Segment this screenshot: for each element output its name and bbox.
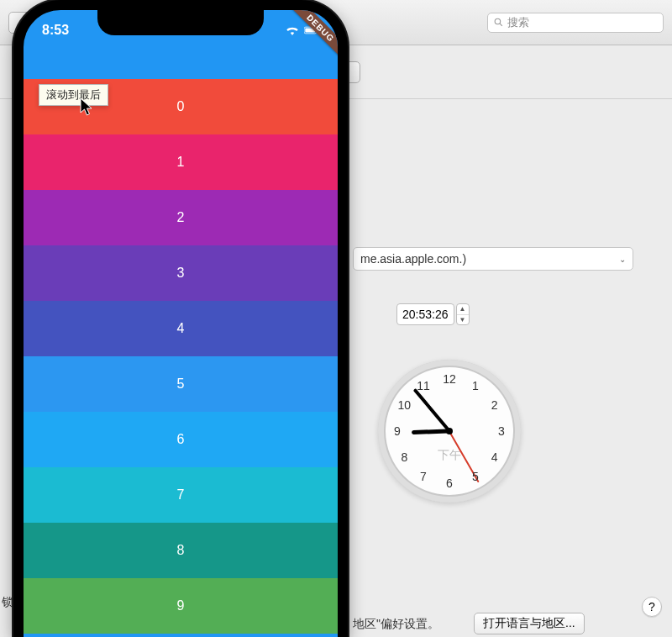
list-item-label: 1	[177, 155, 185, 170]
list-item-label: 6	[177, 432, 185, 447]
help-button[interactable]: ?	[642, 597, 662, 617]
clock-number: 3	[498, 424, 505, 438]
search-input[interactable]: 搜索	[487, 13, 664, 33]
clock-number: 11	[417, 379, 430, 392]
svg-line-1	[500, 24, 502, 26]
clock-number: 4	[491, 450, 498, 464]
open-language-region-button[interactable]: 打开语言与地区...	[474, 613, 585, 634]
tooltip-scroll-to-end: 滚动到最后	[39, 84, 108, 106]
list-item-label: 8	[177, 543, 185, 558]
time-stepper: 20:53:26 ▲ ▼	[396, 303, 470, 325]
list-item[interactable]: 5	[24, 356, 338, 412]
list-item-label: 7	[177, 487, 185, 503]
color-list[interactable]: 0123456789	[24, 79, 338, 637]
time-server-dropdown[interactable]: me.asia.apple.com.) ⌄	[353, 247, 633, 271]
clock-number: 12	[443, 372, 456, 386]
list-item-label: 9	[177, 598, 185, 613]
footer-text: 地区"偏好设置。	[353, 617, 439, 632]
time-stepper-buttons: ▲ ▼	[456, 303, 470, 325]
clock-number: 8	[401, 450, 407, 464]
list-item[interactable]: 2	[24, 190, 338, 245]
clock-number: 6	[446, 476, 453, 490]
chevron-down-icon: ⌄	[619, 255, 626, 264]
list-item-label: 0	[177, 99, 185, 114]
list-item-label: 2	[177, 210, 185, 225]
list-item[interactable]: 7	[24, 467, 338, 523]
clock-number: 9	[394, 424, 401, 438]
minute-hand	[413, 388, 451, 432]
clock-pivot	[446, 428, 453, 434]
clock-number: 7	[420, 470, 427, 483]
search-icon	[493, 17, 504, 28]
wifi-icon	[285, 24, 300, 36]
ampm-label: 下午	[438, 448, 461, 463]
mouse-cursor-icon	[80, 97, 97, 118]
list-item[interactable]: 9	[24, 578, 338, 634]
analog-clock: 下午 121234567891011	[378, 360, 521, 503]
list-item[interactable]: 4	[24, 301, 338, 356]
list-item[interactable]: 6	[24, 412, 338, 467]
list-item-label: 3	[177, 266, 185, 281]
device-notch	[97, 10, 264, 35]
stepper-up[interactable]: ▲	[457, 304, 469, 315]
svg-point-0	[495, 18, 501, 24]
stepper-down[interactable]: ▼	[457, 315, 469, 325]
search-placeholder: 搜索	[507, 15, 529, 30]
clock-number: 10	[398, 398, 412, 412]
list-item[interactable]: 1	[24, 134, 338, 190]
hour-hand	[412, 429, 449, 435]
list-item[interactable]: 3	[24, 245, 338, 301]
list-item[interactable]: 8	[24, 523, 338, 578]
list-item-label: 4	[177, 321, 185, 336]
clock-number: 1	[472, 379, 479, 392]
list-item-label: 5	[177, 376, 185, 392]
time-value: 20:53:26	[402, 308, 449, 321]
clock-number: 2	[491, 398, 498, 412]
status-time: 8:53	[42, 23, 69, 38]
time-server-value: me.asia.apple.com.)	[360, 252, 466, 266]
time-field[interactable]: 20:53:26	[396, 303, 454, 325]
clock-number: 5	[472, 470, 479, 483]
